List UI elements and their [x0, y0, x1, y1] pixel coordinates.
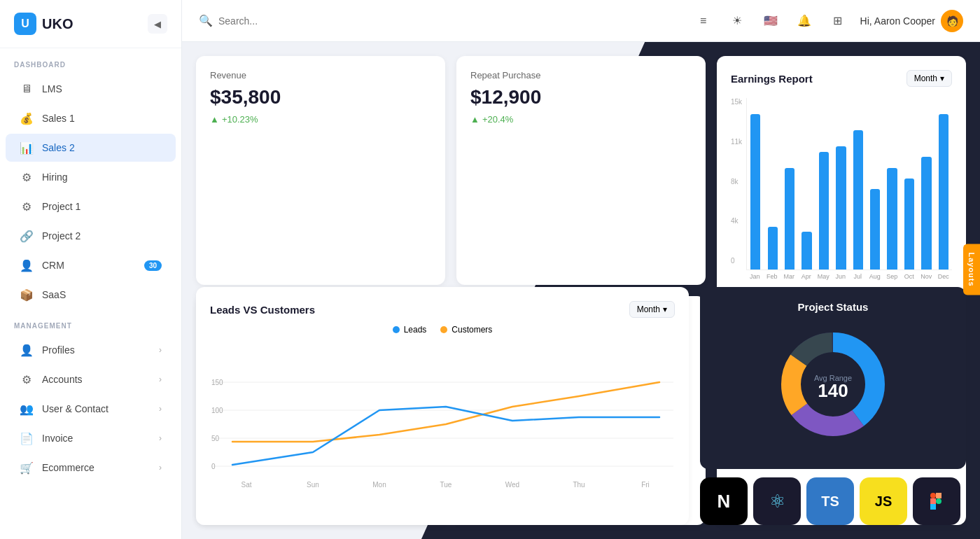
typescript-icon[interactable]: TS — [806, 477, 854, 525]
ecommerce-icon: 🛒 — [20, 461, 34, 475]
sidebar-item-ecommerce[interactable]: 🛒 Ecommerce › — [6, 454, 176, 482]
logo: U UKO — [14, 13, 73, 35]
tech-icons-row: N ⚛ TS JS — [700, 477, 966, 525]
sidebar-item-crm[interactable]: 👤 CRM 30 — [6, 251, 176, 279]
main-content: 🔍 ≡ ☀ 🇺🇸 🔔 ⊞ Hi, Aaron Cooper 🧑 Revenue … — [182, 0, 980, 539]
leads-chart-card: Leads VS Customers Month ▾ Leads Custome… — [196, 287, 689, 525]
leads-chart-header: Leads VS Customers Month ▾ — [210, 301, 675, 318]
project-status-title: Project Status — [714, 301, 952, 313]
bar-group — [783, 101, 797, 270]
bar-group — [902, 101, 916, 270]
sidebar-item-project2[interactable]: 🔗 Project 2 — [6, 222, 176, 250]
svg-text:150: 150 — [211, 379, 223, 386]
lms-icon: 🖥 — [20, 82, 34, 96]
accounts-icon: ⚙ — [20, 372, 34, 386]
svg-text:100: 100 — [211, 407, 223, 414]
sidebar-item-label: Project 2 — [42, 230, 80, 241]
bar — [750, 114, 760, 270]
figma-svg — [927, 491, 946, 511]
hiring-icon: ⚙ — [20, 170, 34, 184]
bar — [836, 146, 846, 270]
layouts-button[interactable]: Layouts — [963, 244, 980, 295]
earnings-title: Earnings Report — [731, 73, 813, 85]
svg-rect-24 — [930, 504, 936, 510]
donut-chart-container: Avg Range 140 — [714, 321, 952, 447]
chevron-down-icon: ▾ — [940, 74, 944, 83]
topbar: 🔍 ≡ ☀ 🇺🇸 🔔 ⊞ Hi, Aaron Cooper 🧑 — [182, 0, 980, 42]
bar — [887, 168, 897, 270]
sales1-icon: 💰 — [20, 111, 34, 125]
svg-rect-23 — [930, 498, 936, 504]
project-status-card: Project Status — [700, 287, 966, 469]
bar — [939, 114, 948, 270]
theme-toggle-button[interactable]: ☀ — [726, 10, 748, 32]
sidebar-item-label: Profiles — [42, 344, 75, 356]
svg-text:Sun: Sun — [307, 481, 319, 489]
apps-grid-icon[interactable]: ⊞ — [827, 10, 849, 32]
svg-point-26 — [936, 498, 941, 504]
javascript-icon[interactable]: JS — [860, 477, 907, 525]
repeat-purchase-value: $12,900 — [470, 86, 692, 108]
sidebar-item-label: Sales 2 — [42, 142, 75, 153]
crm-badge: 30 — [144, 260, 162, 271]
svg-text:140: 140 — [818, 380, 848, 401]
chevron-right-icon: › — [159, 345, 162, 355]
chevron-right-icon: › — [159, 374, 162, 384]
line-chart-svg: 0 50 100 150 Sat Sun Mon Tue Wed Thu Fri — [210, 340, 675, 494]
revenue-value: $35,800 — [210, 86, 431, 108]
profiles-icon: 👤 — [20, 343, 34, 357]
sales2-icon: 📊 — [20, 141, 34, 155]
sidebar-item-label: Invoice — [42, 433, 73, 444]
svg-text:Thu: Thu — [573, 481, 584, 489]
collapse-sidebar-button[interactable]: ◀ — [148, 14, 167, 34]
sidebar-item-project1[interactable]: ⚙ Project 1 — [6, 192, 176, 220]
flag-icon-button[interactable]: 🇺🇸 — [760, 10, 782, 32]
logo-icon: U — [14, 13, 36, 35]
leads-month-filter-button[interactable]: Month ▾ — [629, 301, 675, 318]
bar-group — [851, 101, 865, 270]
sidebar-item-sales2[interactable]: 📊 Sales 2 — [6, 134, 176, 162]
svg-rect-25 — [936, 493, 941, 498]
user-contact-icon: 👥 — [20, 402, 34, 416]
react-icon[interactable]: ⚛ — [753, 477, 801, 525]
sidebar-logo-area: U UKO ◀ — [0, 0, 181, 48]
sidebar-item-profiles[interactable]: 👤 Profiles › — [6, 336, 176, 364]
sidebar-item-label: Sales 1 — [42, 113, 75, 124]
svg-text:50: 50 — [211, 435, 220, 442]
project1-icon: ⚙ — [20, 200, 34, 214]
search-input[interactable] — [218, 15, 358, 27]
bar — [904, 178, 914, 270]
repeat-purchase-label: Repeat Purchase — [470, 70, 692, 80]
y-axis: 0 4k 8k 11k 15k — [731, 98, 742, 280]
sidebar-item-user-contact[interactable]: 👥 User & Contact › — [6, 395, 176, 423]
sidebar-item-hiring[interactable]: ⚙ Hiring — [6, 163, 176, 191]
sidebar-item-label: User & Contact — [42, 403, 108, 414]
leads-chart-title: Leads VS Customers — [210, 304, 315, 316]
nextjs-icon[interactable]: N — [700, 477, 748, 525]
month-filter-button[interactable]: Month ▾ — [906, 70, 952, 87]
sidebar-item-label: LMS — [42, 83, 62, 94]
svg-text:0: 0 — [211, 463, 216, 470]
search-box: 🔍 — [199, 14, 681, 27]
chevron-down-icon: ▾ — [663, 304, 667, 314]
sidebar-item-invoice[interactable]: 📄 Invoice › — [6, 424, 176, 452]
sidebar-item-label: SaaS — [42, 289, 66, 300]
bar-group — [885, 101, 899, 270]
search-icon: 🔍 — [199, 14, 213, 27]
leads-legend-dot — [393, 326, 400, 333]
repeat-purchase-change: ▲ +20.4% — [470, 114, 692, 125]
menu-icon-button[interactable]: ≡ — [692, 10, 715, 32]
svg-text:Tue: Tue — [440, 481, 452, 489]
topbar-actions: ≡ ☀ 🇺🇸 🔔 ⊞ Hi, Aaron Cooper 🧑 — [692, 10, 963, 32]
sidebar-item-accounts[interactable]: ⚙ Accounts › — [6, 365, 176, 393]
figma-icon[interactable] — [913, 477, 960, 525]
bar-chart-inner: Jan Feb Mar Apr May Jun Jul Aug Sep Oct … — [746, 98, 952, 280]
revenue-card: Revenue $35,800 ▲ +10.23% — [196, 56, 445, 285]
bar — [785, 168, 794, 270]
sidebar-item-saas[interactable]: 📦 SaaS — [6, 281, 176, 309]
bars-container — [746, 98, 952, 270]
sidebar-item-sales1[interactable]: 💰 Sales 1 — [6, 104, 176, 132]
leads-legend-item: Leads — [393, 325, 427, 335]
notification-bell-icon[interactable]: 🔔 — [793, 10, 816, 32]
sidebar-item-lms[interactable]: 🖥 LMS — [6, 75, 176, 103]
